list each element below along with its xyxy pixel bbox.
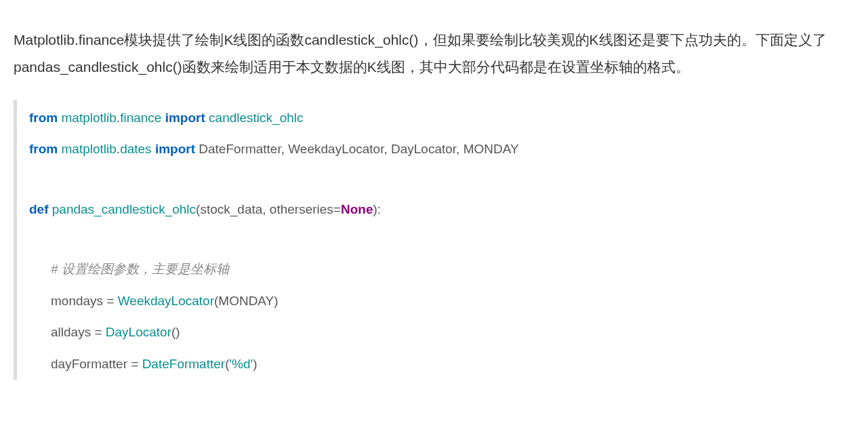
mod-matplotlib: matplotlib	[62, 142, 117, 156]
lhs: dayFormatter =	[51, 357, 142, 371]
none-literal: None	[341, 202, 373, 216]
lhs: mondays =	[51, 294, 118, 308]
mod-matplotlib: matplotlib	[62, 111, 117, 125]
blank-line	[29, 165, 854, 194]
intro-paragraph: Matplotlib.finance模块提供了绘制K线图的函数candlesti…	[14, 26, 854, 81]
blank-line	[29, 225, 854, 254]
args-open: (stock_data, otherseries=	[196, 202, 341, 216]
document-page: Matplotlib.finance模块提供了绘制K线图的函数candlesti…	[0, 0, 868, 393]
fn-name: pandas_candlestick_ohlc	[52, 202, 196, 216]
code-line-import-1: from matplotlib.finance import candlesti…	[29, 102, 854, 134]
paren-close: )	[253, 357, 257, 371]
lhs: alldays =	[51, 325, 106, 339]
kw-from: from	[29, 142, 58, 156]
call-weekdaylocator: WeekdayLocator	[118, 294, 214, 308]
call-daylocator: DayLocator	[106, 325, 171, 339]
code-line-comment: # 设置绘图参数，主要是坐标轴	[29, 254, 854, 286]
call-dateformatter: DateFormatter	[142, 357, 225, 371]
kw-import: import	[165, 111, 205, 125]
args-close: ):	[373, 202, 381, 216]
paren: (MONDAY)	[214, 294, 278, 308]
comment-text: # 设置绘图参数，主要是坐标轴	[51, 262, 229, 276]
import-names: DateFormatter, WeekdayLocator, DayLocato…	[199, 142, 518, 156]
kw-import: import	[155, 142, 195, 156]
mod-dates: dates	[120, 142, 151, 156]
kw-def: def	[29, 202, 49, 216]
code-block: from matplotlib.finance import candlesti…	[14, 100, 854, 380]
code-line-alldays: alldays = DayLocator()	[29, 317, 854, 349]
paren: ()	[171, 325, 180, 339]
code-line-def: def pandas_candlestick_ohlc(stock_data, …	[29, 194, 854, 226]
code-line-import-2: from matplotlib.dates import DateFormatt…	[29, 134, 854, 165]
code-line-dayformatter: dayFormatter = DateFormatter('%d')	[29, 349, 854, 380]
mod-finance: finance	[120, 111, 161, 125]
string-literal: '%d'	[229, 357, 253, 371]
name-candlestick-ohlc: candlestick_ohlc	[209, 111, 303, 125]
kw-from: from	[29, 111, 58, 125]
code-line-mondays: mondays = WeekdayLocator(MONDAY)	[29, 286, 854, 317]
